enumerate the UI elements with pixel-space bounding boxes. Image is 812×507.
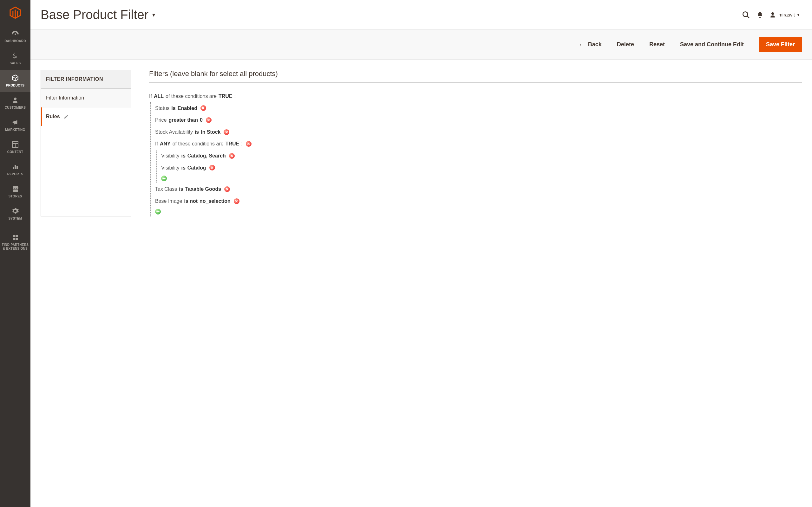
if-label: If (149, 92, 152, 101)
sidebar-item-partners[interactable]: FIND PARTNERS & EXTENSIONS (0, 229, 31, 255)
condition-operator[interactable]: is (182, 152, 186, 160)
sidebar-item-stores[interactable]: STORES (0, 181, 31, 203)
tab-rules[interactable]: Rules (41, 107, 131, 126)
save-continue-button[interactable]: Save and Continue Edit (680, 41, 744, 48)
remove-condition-icon[interactable] (206, 117, 212, 123)
gauge-icon (11, 29, 19, 38)
megaphone-icon (11, 118, 19, 127)
svg-rect-5 (16, 166, 18, 169)
sidebar-item-system[interactable]: SYSTEM (0, 203, 31, 225)
page-title[interactable]: Base Product Filter ▾ (41, 8, 155, 22)
condition-operator[interactable]: is (195, 128, 199, 136)
sidebar-item-products[interactable]: PRODUCTS (0, 70, 31, 92)
box-icon (11, 73, 19, 82)
condition-attribute[interactable]: Visibility (161, 152, 180, 160)
condition-value[interactable]: In Stock (201, 128, 220, 136)
sidebar-item-label: SALES (10, 61, 21, 65)
add-condition-icon[interactable] (161, 176, 167, 181)
sidebar-item-content[interactable]: CONTENT (0, 136, 31, 158)
caret-down-icon: ▾ (152, 11, 155, 18)
aggregator-selector[interactable]: ANY (160, 140, 171, 148)
add-condition-icon[interactable] (155, 209, 161, 215)
rule-children-root: Status is Enabled Price greater than 0 S… (150, 102, 802, 217)
save-filter-button[interactable]: Save Filter (759, 37, 802, 52)
add-condition-row (161, 174, 802, 183)
value-selector[interactable]: TRUE (218, 92, 233, 101)
sidebar-item-label: STORES (9, 194, 22, 199)
colon: : (241, 140, 242, 148)
condition-value[interactable]: no_selection (200, 197, 231, 205)
value-selector[interactable]: TRUE (225, 140, 240, 148)
remove-condition-icon[interactable] (200, 105, 206, 111)
remove-condition-icon[interactable] (209, 165, 215, 170)
rule-tree: If ALL of these conditions are TRUE : St… (149, 90, 802, 216)
dollar-icon (12, 51, 19, 60)
remove-condition-icon[interactable] (224, 186, 230, 192)
sidebar-item-reports[interactable]: REPORTS (0, 158, 31, 181)
storefront-icon (11, 184, 19, 193)
condition-value[interactable]: Taxable Goods (185, 185, 221, 193)
remove-condition-icon[interactable] (246, 141, 252, 147)
sidebar-item-customers[interactable]: CUSTOMERS (0, 92, 31, 114)
rules-content: Filters (leave blank for select all prod… (149, 70, 802, 216)
person-icon (12, 96, 18, 105)
svg-line-7 (747, 16, 750, 18)
user-name: mirasvit (778, 12, 795, 17)
sidebar-item-label: REPORTS (7, 172, 23, 176)
rule-children-nested: Visibility is Catalog, Search Visibility… (156, 150, 802, 183)
sidepanel-heading: FILTER INFORMATION (41, 70, 131, 89)
condition-value[interactable]: 0 (200, 116, 203, 124)
condition-attribute[interactable]: Base Image (155, 197, 182, 205)
condition-attribute[interactable]: Price (155, 116, 166, 124)
if-label: If (155, 140, 158, 148)
condition-operator[interactable]: is (171, 104, 175, 112)
condition-row: Tax Class is Taxable Goods (155, 183, 802, 195)
condition-attribute[interactable]: Status (155, 104, 169, 112)
condition-row: Status is Enabled (155, 102, 802, 114)
middle-label: of these conditions are (165, 92, 217, 101)
condition-attribute[interactable]: Stock Availability (155, 128, 193, 136)
sidebar-item-label: PRODUCTS (6, 83, 25, 88)
layout-icon (11, 140, 19, 149)
condition-operator[interactable]: is not (184, 197, 198, 205)
add-condition-row (155, 207, 802, 216)
condition-value[interactable]: Catalog, Search (188, 152, 226, 160)
remove-condition-icon[interactable] (229, 153, 235, 159)
search-icon[interactable] (739, 8, 753, 22)
condition-attribute[interactable]: Visibility (161, 164, 180, 172)
sidebar-item-label: CUSTOMERS (5, 106, 26, 110)
condition-row: Base Image is not no_selection (155, 195, 802, 207)
condition-value[interactable]: Catalog (188, 164, 206, 172)
main-area: Base Product Filter ▾ mirasvit ▾ ← Back … (31, 0, 812, 507)
condition-operator[interactable]: is (179, 185, 183, 193)
sidebar-item-label: CONTENT (7, 150, 23, 154)
tab-filter-information[interactable]: Filter Information (41, 89, 131, 107)
condition-operator[interactable]: greater than (168, 116, 198, 124)
sidebar-item-dashboard[interactable]: DASHBOARD (0, 25, 31, 48)
notifications-icon[interactable] (753, 8, 767, 22)
delete-button[interactable]: Delete (617, 41, 634, 48)
aggregator-selector[interactable]: ALL (154, 92, 164, 101)
condition-value[interactable]: Enabled (177, 104, 197, 112)
condition-operator[interactable]: is (182, 164, 186, 172)
user-icon (769, 12, 776, 18)
magento-logo[interactable] (0, 0, 31, 25)
caret-down-icon: ▾ (798, 13, 799, 17)
sidebar-divider (6, 227, 25, 227)
reset-button[interactable]: Reset (649, 41, 665, 48)
condition-attribute[interactable]: Tax Class (155, 185, 177, 193)
rule-combine: If ANY of these conditions are TRUE : (155, 138, 802, 150)
arrow-left-icon: ← (578, 41, 585, 48)
condition-row: Price greater than 0 (155, 114, 802, 126)
back-button[interactable]: ← Back (578, 41, 602, 48)
page-title-text: Base Product Filter (41, 8, 148, 22)
remove-condition-icon[interactable] (234, 199, 240, 204)
account-menu[interactable]: mirasvit ▾ (767, 12, 802, 18)
remove-condition-icon[interactable] (223, 129, 229, 135)
sidebar-item-label: MARKETING (5, 128, 25, 132)
sidebar-item-marketing[interactable]: MARKETING (0, 114, 31, 136)
admin-sidebar: DASHBOARD SALES PRODUCTS CUSTOMERS MARKE… (0, 0, 31, 507)
sidebar-item-sales[interactable]: SALES (0, 48, 31, 70)
svg-point-6 (743, 12, 748, 16)
svg-rect-4 (14, 165, 16, 169)
